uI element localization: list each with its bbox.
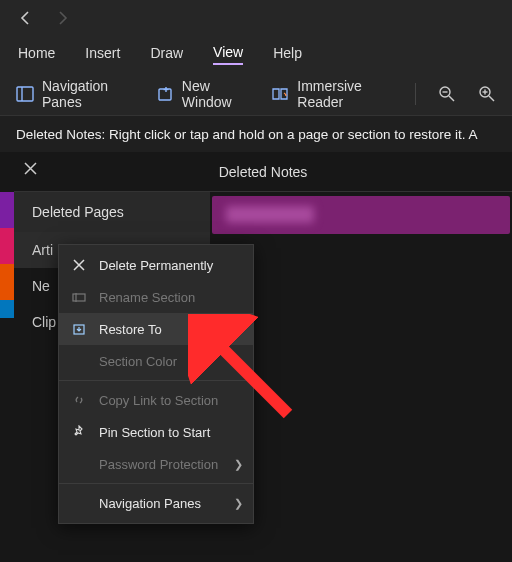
immersive-reader-button[interactable]: Immersive Reader (271, 78, 393, 110)
ctx-restore-to[interactable]: Restore To (59, 313, 253, 345)
ctx-restore-label: Restore To (99, 322, 162, 337)
ctx-rename-section: Rename Section (59, 281, 253, 313)
sidebar-header: Deleted Pages (14, 192, 210, 232)
menu-draw[interactable]: Draw (150, 45, 183, 64)
context-menu: Delete Permanently Rename Section Restor… (58, 244, 254, 524)
rename-icon (71, 289, 87, 305)
ctx-copy-link: Copy Link to Section (59, 384, 253, 416)
delete-icon (71, 257, 87, 273)
chevron-right-icon: ❯ (234, 458, 243, 471)
close-icon[interactable] (24, 162, 37, 175)
ctx-separator (59, 483, 253, 484)
new-window-label: New Window (182, 78, 249, 110)
svg-rect-2 (159, 89, 171, 100)
svg-rect-12 (73, 294, 85, 301)
svg-line-6 (449, 96, 454, 101)
info-text: Deleted Notes: Right click or tap and ho… (16, 127, 478, 142)
navigation-panes-label: Navigation Panes (42, 78, 134, 110)
svg-rect-0 (17, 87, 33, 101)
ctx-section-color: Section Color ❯ (59, 345, 253, 377)
ctx-separator (59, 380, 253, 381)
panes-icon (16, 85, 34, 103)
svg-line-9 (489, 96, 494, 101)
zoom-out-icon[interactable] (438, 85, 456, 103)
lock-icon (71, 456, 87, 472)
ctx-delete-label: Delete Permanently (99, 258, 213, 273)
note-title-redacted (226, 206, 314, 223)
ctx-password-label: Password Protection (99, 457, 218, 472)
ctx-pin-label: Pin Section to Start (99, 425, 210, 440)
zoom-in-icon[interactable] (478, 85, 496, 103)
menu-help[interactable]: Help (273, 45, 302, 64)
ctx-password: Password Protection ❯ (59, 448, 253, 480)
pin-icon (71, 424, 87, 440)
link-icon (71, 392, 87, 408)
ctx-pin-section[interactable]: Pin Section to Start (59, 416, 253, 448)
ctx-rename-label: Rename Section (99, 290, 195, 305)
forward-arrow-icon (54, 10, 70, 26)
ctx-delete-permanently[interactable]: Delete Permanently (59, 249, 253, 281)
navigation-panes-button[interactable]: Navigation Panes (16, 78, 134, 110)
menu-insert[interactable]: Insert (85, 45, 120, 64)
new-window-button[interactable]: New Window (156, 78, 249, 110)
back-arrow-icon[interactable] (18, 10, 34, 26)
blank-icon (71, 495, 87, 511)
immersive-reader-label: Immersive Reader (297, 78, 393, 110)
new-window-icon (156, 85, 174, 103)
section-color-strip (0, 192, 14, 318)
menu-home[interactable]: Home (18, 45, 55, 64)
pane-title: Deleted Notes (219, 164, 308, 180)
deleted-note-row[interactable] (212, 196, 510, 234)
immersive-reader-icon (271, 85, 289, 103)
color-icon (71, 353, 87, 369)
ctx-navigation-panes[interactable]: Navigation Panes ❯ (59, 487, 253, 519)
toolbar-separator (415, 83, 416, 105)
menu-view[interactable]: View (213, 44, 243, 65)
chevron-right-icon: ❯ (234, 497, 243, 510)
chevron-right-icon: ❯ (234, 355, 243, 368)
ctx-color-label: Section Color (99, 354, 177, 369)
ctx-navpanes-label: Navigation Panes (99, 496, 201, 511)
restore-icon (71, 321, 87, 337)
ctx-copylink-label: Copy Link to Section (99, 393, 218, 408)
